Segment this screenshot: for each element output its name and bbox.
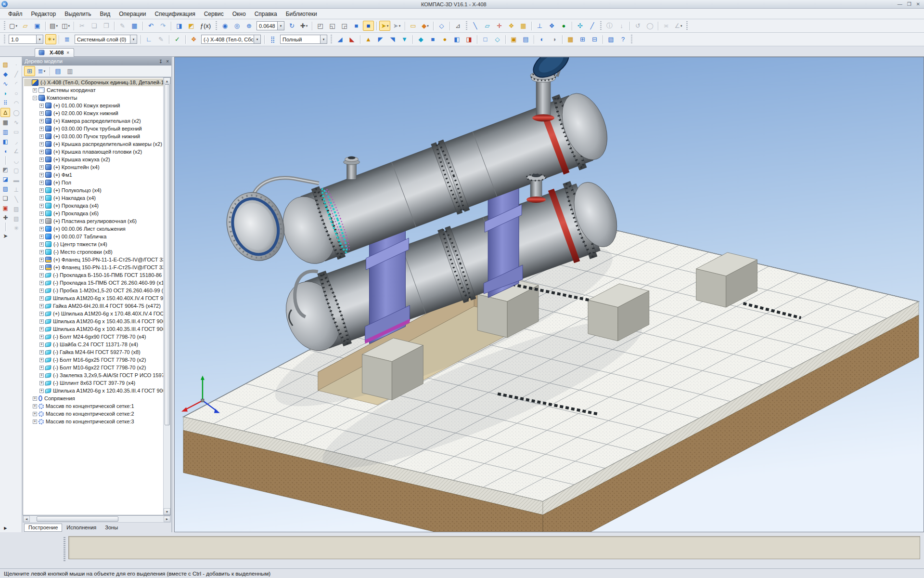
fastening-button[interactable]: ◗ [0, 89, 10, 98]
dropdown-arrow-icon[interactable]: ▾ [53, 38, 55, 41]
rib-button[interactable]: ◧ [451, 34, 462, 44]
save-button[interactable]: ▣ [32, 21, 43, 31]
pan-button[interactable]: ✚▾ [298, 21, 309, 31]
property-bar-grip[interactable] [64, 537, 65, 562]
menu-item-help[interactable]: Справка [250, 10, 282, 18]
measure-face-button[interactable]: ◩ [0, 165, 10, 174]
tree-item[interactable]: +(-) Место строповки (x8) [24, 248, 170, 256]
add-component-button[interactable]: ❖ [506, 21, 517, 31]
toolbar-grip[interactable] [631, 35, 632, 44]
tab-Зоны[interactable]: Зоны [101, 524, 122, 532]
tree-item[interactable]: +(+) Пол [24, 179, 170, 186]
axis-button[interactable]: ✛ [494, 21, 505, 31]
tree-expand-toggle[interactable]: + [39, 366, 44, 370]
hole-button[interactable]: ● [439, 34, 450, 44]
tab-close-icon[interactable]: × [66, 50, 69, 55]
plane-button[interactable]: ▱ [482, 21, 493, 31]
dropdown-arrow-icon[interactable]: ▾ [306, 24, 308, 28]
tree-item[interactable]: +Массив по концентрической сетке:1 [24, 402, 170, 410]
pattern-button[interactable]: ◐ [537, 34, 548, 44]
tree-expand-toggle[interactable]: + [39, 258, 44, 262]
tree-expand-toggle[interactable]: + [39, 319, 44, 324]
mate-angle-button[interactable]: ▼ [399, 34, 410, 44]
tree-item[interactable]: +(+) Прокладка (x6) [24, 210, 170, 217]
tree-item[interactable]: +Шпилька А1М20-6g x 150.40.40X.IV.4 ГОСТ… [24, 294, 170, 302]
dropdown-arrow-icon[interactable]: ▾ [130, 35, 137, 43]
report-button[interactable]: ▥ [0, 127, 10, 136]
redo-button[interactable]: ↷ [157, 21, 168, 31]
tree-expand-toggle[interactable]: + [39, 173, 44, 177]
tree-expand-toggle[interactable]: + [39, 211, 44, 216]
mate-coincident-button[interactable]: ▲ [363, 34, 374, 44]
specification-button[interactable]: ▦ [565, 34, 576, 44]
isometric-view-button[interactable]: ◲ [339, 21, 350, 31]
lamp-button[interactable]: ◆▾ [420, 21, 431, 31]
toolbar-grip[interactable] [600, 21, 602, 31]
dropdown-arrow-icon[interactable]: ▾ [56, 24, 58, 28]
shaded-with-edges-button[interactable]: ■ [363, 21, 374, 31]
diagnostic-button[interactable]: ╱ [587, 21, 598, 31]
tree-item[interactable]: +(-) Центр тяжести (x4) [24, 240, 170, 248]
toolbar-grip[interactable] [4, 35, 5, 44]
tree-expand-toggle[interactable]: + [39, 142, 44, 146]
tree-vertical-scrollbar[interactable]: ▲ ▼ [163, 78, 170, 515]
tree-item[interactable]: +(+) 00.00.06 Лист скольжения [24, 225, 170, 233]
tab-Исполнения[interactable]: Исполнения [62, 524, 101, 532]
local-csys-button[interactable]: ∟ [143, 34, 154, 44]
shell-button[interactable]: □ [480, 34, 491, 44]
tree-expand-toggle[interactable]: + [39, 265, 44, 270]
tree-expand-toggle[interactable]: + [39, 389, 44, 393]
tree-item[interactable]: +(+) Крышка плавающей головки (x2) [24, 148, 170, 156]
tree-expand-toggle[interactable]: + [39, 273, 44, 277]
toolbar-grip[interactable] [686, 21, 688, 31]
tree-expand-toggle[interactable]: + [39, 150, 44, 154]
tree-expand-toggle[interactable]: + [39, 327, 44, 331]
scrollbar-thumb[interactable] [165, 84, 170, 425]
dropdown-arrow-icon[interactable]: ▾ [277, 22, 284, 30]
tree-expand-toggle[interactable]: + [33, 396, 37, 401]
properties-button[interactable]: ▧ [605, 34, 616, 44]
tree-item[interactable]: +(+) Прокладка (x4) [24, 202, 170, 210]
split-window-button[interactable]: ⊟ [589, 34, 600, 44]
tree-expand-toggle[interactable]: + [39, 335, 44, 339]
layers-button[interactable]: ≣ [62, 34, 73, 44]
dropdown-arrow-icon[interactable]: ▾ [68, 24, 70, 28]
tree-sections-button[interactable]: ≣▾ [36, 66, 47, 76]
dropdown-arrow-icon[interactable]: ▾ [399, 24, 401, 28]
tree-expand-toggle[interactable]: + [33, 420, 37, 424]
tree-item[interactable]: +(+) 03.00.00 Пучок трубный нижний [24, 132, 170, 140]
solid-modeling-button[interactable]: ◆ [0, 69, 10, 79]
tree-item[interactable]: +Шпилька А1М20-6g x 120.40.35.III.4 ГОСТ… [24, 387, 170, 394]
tree-item[interactable]: +(-) Прокладка 15-ПМБ ОСТ 26.260.460-99 … [24, 279, 170, 287]
dropdown-arrow-icon[interactable]: ▾ [15, 24, 17, 28]
tree-expand-toggle[interactable]: + [39, 196, 44, 200]
tree-item[interactable]: +(+) 02.00.00 Кожух нижний [24, 109, 170, 117]
tree-item[interactable]: (-) X-408 (Тел-0, Сборочных единиц-18, Д… [24, 79, 170, 86]
tree-item[interactable]: +(+) Фм1 [24, 171, 170, 179]
points-button[interactable]: ⠿ [0, 98, 10, 107]
close-button[interactable]: ✕ [916, 1, 920, 7]
dropdown-arrow-icon[interactable]: ▾ [427, 24, 429, 28]
model-check-button[interactable]: ◧ [0, 137, 10, 146]
tree-expand-toggle[interactable]: + [39, 227, 44, 231]
viewport-3d[interactable] [174, 57, 924, 532]
scroll-left-icon[interactable]: ◄ [23, 516, 30, 522]
chamfer-button[interactable]: ■ [427, 34, 438, 44]
dropdown-arrow-icon[interactable]: ▾ [320, 35, 327, 43]
tree-expand-toggle[interactable]: + [39, 342, 44, 347]
selection-filter-button[interactable]: ➤▾ [379, 21, 390, 31]
scroll-right-icon[interactable]: ► [164, 516, 170, 522]
display-mode-combo[interactable]: Полный▾ [280, 35, 327, 44]
perpendicular-button[interactable]: ⊥ [534, 21, 545, 31]
edit-model-button[interactable]: ▧ [0, 60, 10, 69]
new-window-button[interactable]: ⊞ [577, 34, 588, 44]
tree-expand-toggle[interactable]: + [39, 188, 44, 193]
tree-item[interactable]: +Массив по концентрической сетке:3 [24, 418, 170, 425]
tree-item[interactable]: +(+) Камера распределительная (x2) [24, 117, 170, 125]
document-tab[interactable]: X-408 × [35, 48, 74, 57]
toolbar-grip[interactable] [216, 21, 217, 31]
point-button[interactable]: ● [558, 21, 569, 31]
current-layer-combo[interactable]: Системный слой (0)▾ [75, 35, 137, 44]
shaded-view-button[interactable]: ■ [351, 21, 362, 31]
dropdown-arrow-icon[interactable]: ▾ [387, 24, 389, 28]
